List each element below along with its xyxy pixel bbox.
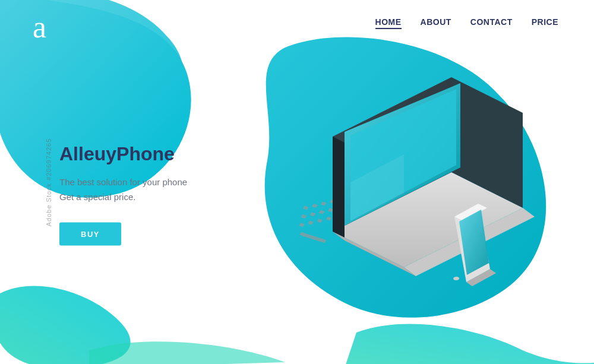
nav-link-contact[interactable]: CONTACT — [470, 17, 513, 27]
svg-rect-5 — [321, 201, 327, 205]
svg-rect-14 — [328, 208, 334, 212]
svg-rect-4 — [312, 204, 318, 208]
svg-marker-28 — [333, 137, 345, 238]
brand-title: AlleuyPhone — [59, 143, 187, 164]
nav-item-home[interactable]: HOME — [375, 17, 402, 27]
nav-link-home[interactable]: HOME — [375, 17, 402, 29]
nav-links: HOME ABOUT CONTACT PRICE — [375, 17, 558, 27]
subtitle-line2: Get a special price. — [59, 189, 187, 205]
hero-content: AlleuyPhone The best solution for your p… — [59, 143, 187, 245]
watermark-text: Adobe Stock #206974265 — [45, 138, 52, 226]
svg-rect-11 — [301, 214, 307, 219]
svg-rect-19 — [299, 223, 305, 227]
svg-rect-22 — [326, 217, 331, 221]
svg-rect-20 — [308, 221, 314, 225]
svg-rect-21 — [317, 219, 323, 223]
svg-rect-3 — [303, 205, 309, 210]
nav-item-contact[interactable]: CONTACT — [470, 17, 513, 27]
subtitle-line1: The best solution for your phone — [59, 174, 187, 189]
nav-link-about[interactable]: ABOUT — [421, 17, 451, 27]
nav-item-about[interactable]: ABOUT — [421, 17, 451, 27]
buy-button[interactable]: BUY — [59, 222, 121, 245]
device-illustration — [267, 48, 576, 333]
svg-rect-13 — [319, 210, 325, 214]
brand-subtitle: The best solution for your phone Get a s… — [59, 174, 187, 204]
watermark: Adobe Stock #206974265 — [45, 138, 52, 226]
navbar: HOME ABOUT CONTACT PRICE — [0, 0, 594, 27]
svg-rect-26 — [299, 232, 326, 243]
svg-rect-12 — [310, 212, 316, 216]
nav-link-price[interactable]: PRICE — [532, 17, 558, 27]
nav-item-price[interactable]: PRICE — [532, 17, 558, 27]
svg-point-37 — [453, 277, 460, 280]
